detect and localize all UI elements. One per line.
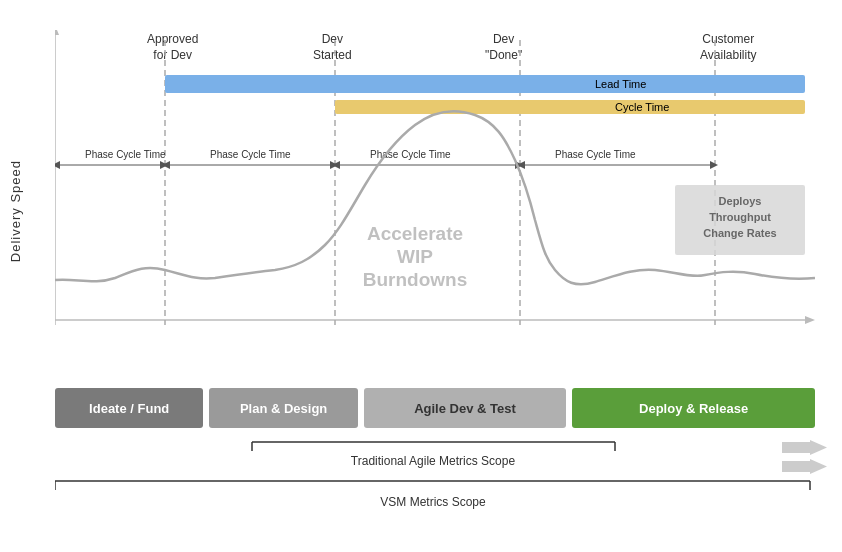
phase-box-ideate: Ideate / Fund bbox=[55, 388, 203, 428]
arrow1 bbox=[782, 440, 827, 455]
svg-text:Lead Time: Lead Time bbox=[595, 78, 646, 90]
svg-text:VSM Metrics Scope: VSM Metrics Scope bbox=[380, 495, 486, 509]
double-arrows bbox=[782, 440, 827, 474]
chart-container: Delivery Speed Approvedfor Dev DevStarte… bbox=[0, 0, 842, 552]
phase-box-agile: Agile Dev & Test bbox=[364, 388, 566, 428]
svg-text:Phase Cycle Time: Phase Cycle Time bbox=[555, 149, 636, 160]
svg-marker-25 bbox=[710, 161, 718, 169]
svg-text:Change Rates: Change Rates bbox=[703, 227, 776, 239]
svg-text:Deploys: Deploys bbox=[719, 195, 762, 207]
vsm-scope-svg: VSM Metrics Scope bbox=[55, 476, 815, 516]
svg-text:Throughput: Throughput bbox=[709, 211, 771, 223]
svg-text:Phase Cycle Time: Phase Cycle Time bbox=[85, 149, 166, 160]
svg-text:WIP: WIP bbox=[397, 246, 433, 267]
traditional-scope: Traditional Agile Metrics Scope bbox=[55, 437, 815, 477]
svg-rect-10 bbox=[335, 100, 805, 114]
svg-text:Burndowns: Burndowns bbox=[363, 269, 468, 290]
arrow2 bbox=[782, 459, 827, 474]
phase-boxes: Ideate / Fund Plan & Design Agile Dev & … bbox=[55, 388, 815, 428]
phase-box-plan: Plan & Design bbox=[209, 388, 357, 428]
svg-text:Traditional Agile Metrics Scop: Traditional Agile Metrics Scope bbox=[351, 454, 516, 468]
svg-marker-18 bbox=[162, 161, 170, 169]
svg-rect-8 bbox=[165, 75, 805, 93]
svg-marker-22 bbox=[332, 161, 340, 169]
svg-marker-43 bbox=[782, 440, 827, 455]
svg-text:Cycle Time: Cycle Time bbox=[615, 101, 669, 113]
svg-marker-3 bbox=[55, 30, 59, 35]
svg-marker-1 bbox=[805, 316, 815, 324]
phase-box-deploy: Deploy & Release bbox=[572, 388, 815, 428]
y-axis-label: Delivery Speed bbox=[8, 160, 23, 262]
vsm-scope: VSM Metrics Scope bbox=[55, 476, 815, 520]
main-chart-svg: Lead Time Cycle Time Phase Cycle Time Ph… bbox=[55, 30, 815, 390]
traditional-scope-svg: Traditional Agile Metrics Scope bbox=[55, 437, 815, 473]
svg-text:Phase Cycle Time: Phase Cycle Time bbox=[210, 149, 291, 160]
svg-marker-44 bbox=[782, 459, 827, 474]
svg-text:Accelerate: Accelerate bbox=[367, 223, 463, 244]
